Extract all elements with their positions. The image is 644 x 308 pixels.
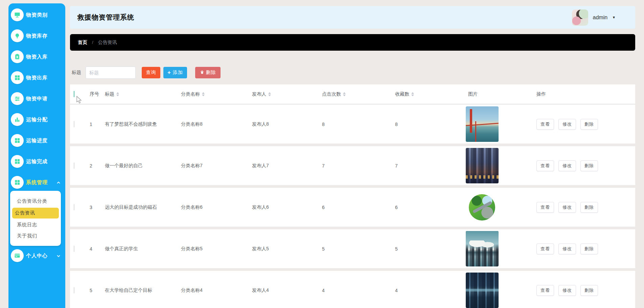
sort-icon[interactable] — [343, 92, 346, 96]
cell-publisher: 发布人4 — [248, 287, 318, 293]
sidebar-item-label: 运输分配 — [26, 117, 48, 123]
row-checkbox[interactable] — [74, 246, 74, 252]
cell-favorites: 6 — [391, 205, 464, 210]
view-button[interactable]: 查看 — [536, 160, 554, 171]
cell-actions: 查看 修改 删除 — [533, 160, 635, 171]
sidebar-item-material-stock[interactable]: 物资库存 — [8, 29, 65, 43]
breadcrumb-home[interactable]: 首页 — [78, 40, 87, 46]
column-header-publisher[interactable]: 发布人 — [248, 91, 318, 97]
bar-chart-icon — [11, 113, 24, 126]
grid-icon — [11, 155, 24, 168]
delete-row-button[interactable]: 删除 — [580, 202, 598, 213]
delete-row-button[interactable]: 删除 — [580, 285, 598, 296]
view-button[interactable]: 查看 — [536, 243, 554, 254]
sliders-icon — [11, 92, 24, 105]
search-button[interactable]: 查询 — [142, 67, 160, 78]
cell-clicks: 5 — [318, 246, 391, 252]
sort-icon[interactable] — [116, 92, 119, 96]
cell-publisher: 发布人5 — [248, 246, 318, 252]
submenu-item-system-log[interactable]: 系统日志 — [12, 220, 59, 230]
cell-publisher: 发布人8 — [248, 121, 318, 127]
submenu-item-about-us[interactable]: 关于我们 — [12, 231, 59, 241]
sort-icon[interactable] — [268, 92, 271, 96]
delete-button[interactable]: 删除 — [195, 67, 221, 78]
cell-clicks: 4 — [318, 288, 391, 293]
table-row: 1 有了梦想就不会感到疲惫 分类名称8 发布人8 8 8 查看 修改 删除 — [70, 105, 635, 144]
sidebar-item-transport-allocation[interactable]: 运输分配 — [8, 113, 65, 126]
sidebar-item-material-inbound[interactable]: 物资入库 — [8, 50, 65, 63]
edit-button[interactable]: 修改 — [558, 285, 576, 296]
submenu-item-announcement-category[interactable]: 公告资讯分类 — [12, 196, 59, 207]
sidebar-item-material-outbound[interactable]: 物资出库 — [8, 71, 65, 84]
table-row: 2 做一个最好的自己 分类名称7 发布人7 7 7 查看 修改 删除 — [70, 146, 635, 185]
sidebar-item-system-management[interactable]: 系统管理 — [8, 176, 65, 189]
row-checkbox[interactable] — [74, 204, 74, 210]
add-button[interactable]: + 添加 — [163, 67, 187, 78]
cell-title: 远大的目标是成功的磁石 — [101, 204, 177, 210]
announcement-table: 序号 标题 分类名称 发布人 点击次数 收藏数 图片 操作 1 有了梦想就不会感… — [70, 84, 635, 308]
cell-index: 3 — [86, 205, 101, 210]
row-checkbox[interactable] — [74, 121, 74, 127]
table-toolbar: 标题 查询 + 添加 删除 — [70, 66, 635, 79]
table-row: 4 做个真正的学生 分类名称5 发布人5 5 5 查看 修改 删除 — [70, 229, 635, 268]
cell-title: 有了梦想就不会感到疲惫 — [101, 121, 177, 127]
edit-button[interactable]: 修改 — [558, 243, 576, 254]
plus-icon: + — [167, 70, 171, 75]
cell-index: 1 — [86, 122, 101, 127]
cell-publisher: 发布人7 — [248, 163, 318, 169]
cell-favorites: 5 — [391, 246, 464, 252]
select-all-checkbox[interactable] — [74, 91, 74, 97]
column-header-category[interactable]: 分类名称 — [177, 91, 248, 97]
cell-favorites: 8 — [391, 122, 464, 127]
delete-row-button[interactable]: 删除 — [580, 160, 598, 171]
avatar[interactable] — [572, 9, 588, 26]
table-row: 3 远大的目标是成功的磁石 分类名称6 发布人6 6 6 查看 修改 删除 — [70, 188, 635, 227]
sidebar-item-label: 运输完成 — [26, 158, 48, 165]
cell-clicks: 7 — [318, 163, 391, 169]
edit-button[interactable]: 修改 — [558, 202, 576, 213]
cell-category: 分类名称4 — [177, 287, 248, 293]
view-button[interactable]: 查看 — [536, 202, 554, 213]
delete-row-button[interactable]: 删除 — [580, 243, 598, 254]
table-header-row: 序号 标题 分类名称 发布人 点击次数 收藏数 图片 操作 — [70, 84, 635, 104]
search-button-label: 查询 — [146, 70, 156, 76]
delete-row-button[interactable]: 删除 — [580, 119, 598, 130]
sort-icon[interactable] — [202, 92, 205, 96]
cell-category: 分类名称6 — [177, 204, 248, 210]
sidebar-item-transport-progress[interactable]: 运输进度 — [8, 134, 65, 147]
sidebar-item-label: 运输进度 — [26, 137, 48, 144]
column-header-image: 图片 — [464, 91, 533, 97]
row-checkbox[interactable] — [74, 162, 74, 169]
view-button[interactable]: 查看 — [536, 119, 554, 130]
sidebar-item-material-category[interactable]: 物资类别 — [8, 8, 65, 22]
cell-actions: 查看 修改 删除 — [533, 285, 635, 296]
view-button[interactable]: 查看 — [536, 285, 554, 296]
column-header-clicks[interactable]: 点击次数 — [318, 91, 391, 97]
title-search-input[interactable] — [86, 67, 136, 79]
breadcrumb: 首页 / 公告资讯 — [70, 34, 635, 51]
sidebar-item-personal-center[interactable]: 个人中心 — [8, 249, 65, 262]
grid-icon — [11, 176, 24, 189]
card-icon — [11, 249, 24, 262]
edit-button[interactable]: 修改 — [558, 119, 576, 130]
sidebar-item-material-apply[interactable]: 物资申请 — [8, 92, 65, 105]
row-checkbox[interactable] — [74, 287, 74, 293]
edit-button[interactable]: 修改 — [558, 160, 576, 171]
cell-actions: 查看 修改 删除 — [533, 243, 635, 254]
submenu-item-announcement[interactable]: 公告资讯 — [12, 208, 59, 219]
sidebar-item-transport-complete[interactable]: 运输完成 — [8, 155, 65, 168]
column-header-favorites[interactable]: 收藏数 — [391, 91, 464, 97]
row-image — [466, 148, 499, 183]
sidebar-item-label: 个人中心 — [26, 253, 48, 259]
monitor-icon — [11, 8, 24, 21]
row-image — [466, 106, 499, 142]
row-image — [466, 189, 499, 225]
sort-icon[interactable] — [411, 92, 414, 96]
system-management-submenu: 公告资讯分类 公告资讯 系统日志 关于我们 — [10, 191, 61, 246]
cell-actions: 查看 修改 删除 — [533, 119, 635, 130]
table-row: 5 在大学给自己定个目标 分类名称4 发布人4 4 4 查看 修改 删除 — [70, 271, 635, 308]
sidebar-item-label: 系统管理 — [26, 179, 48, 186]
cell-index: 2 — [86, 163, 101, 169]
user-menu[interactable]: admin ▼ — [572, 9, 616, 26]
column-header-title[interactable]: 标题 — [101, 91, 177, 97]
